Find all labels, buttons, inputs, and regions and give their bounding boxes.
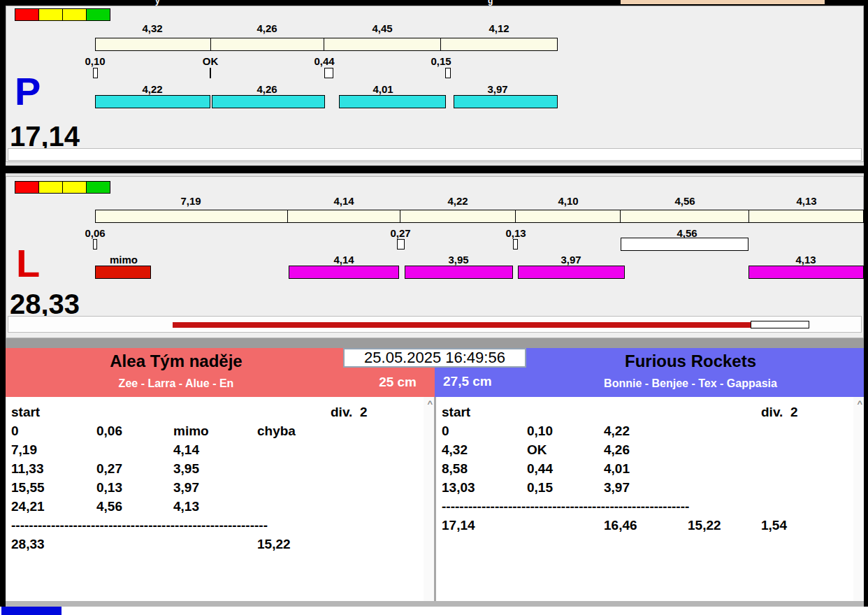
- scrollbar[interactable]: ^: [424, 397, 434, 601]
- table-total-row: 28,33 15,22: [6, 535, 434, 554]
- run-bar-magenta: [289, 266, 399, 279]
- table-total-row: 17,14 16,46 15,22 1,54: [436, 516, 864, 535]
- status-light-red-icon: [15, 8, 39, 21]
- exchange-marker: [445, 68, 451, 78]
- lane-divider: [0, 166, 868, 173]
- table-cell: 4,13: [173, 498, 257, 516]
- table-row: 0 0,10 4,22: [436, 422, 864, 441]
- table-cell: [688, 460, 761, 479]
- table-cell: 3,95: [173, 460, 257, 479]
- table-cell: [257, 441, 331, 460]
- table-cell: [761, 479, 864, 498]
- status-light-yellow-icon: [38, 181, 63, 194]
- left-team-members: Zee - Larra - Alue - En: [6, 377, 347, 390]
- table-separator: ----------------------------------------…: [436, 498, 864, 516]
- table-cell: 28,33: [11, 535, 96, 554]
- status-light-green-icon: [86, 181, 110, 194]
- table-cell: chyba: [257, 422, 331, 441]
- table-cell: 4,56: [96, 498, 173, 516]
- progress-marker-box: [751, 321, 809, 328]
- exchange-marker: [210, 68, 211, 78]
- scrollbar[interactable]: ^: [853, 397, 864, 601]
- exchange-time-label: 0,10: [64, 55, 126, 67]
- right-team-name: Furious Rockets: [523, 352, 858, 371]
- table-row: 0 0,06 mimo chyba: [6, 422, 434, 441]
- table-cell: [173, 535, 257, 554]
- table-cell: 11,33: [11, 460, 96, 479]
- table-cell: [688, 441, 761, 460]
- table-cell: [257, 460, 331, 479]
- status-light-yellow-icon: [62, 8, 87, 21]
- lane-l-progress-track: [8, 316, 862, 333]
- split-time-label: 4,22: [426, 195, 489, 207]
- table-cell: [604, 403, 688, 422]
- table-cell: 0: [442, 422, 527, 441]
- progress-bar: [173, 322, 751, 328]
- lane-l-letter: L: [16, 244, 40, 283]
- status-lights: [15, 8, 110, 21]
- split-segment: [288, 210, 401, 222]
- status-light-green-icon: [86, 8, 110, 21]
- timestamp: 25.05.2025 16:49:56: [343, 348, 526, 368]
- status-light-yellow-icon: [38, 8, 63, 21]
- table-cell: [96, 535, 173, 554]
- run-time-label: 4,13: [774, 254, 837, 266]
- right-team-members: Bonnie - Benjee - Tex - Gappasia: [523, 377, 858, 390]
- split-time-label: 4,13: [775, 195, 838, 207]
- window-titlebar-remnant: ý g: [0, 0, 868, 6]
- table-cell: 15,55: [11, 479, 96, 498]
- table-cell: 0,27: [96, 460, 173, 479]
- titlebar-remnant: [621, 0, 825, 4]
- run-time-label: 4,26: [236, 83, 298, 95]
- run-bar-cyan: [339, 95, 446, 108]
- split-time-label: 4,45: [351, 22, 414, 34]
- table-row: start div. 2: [6, 403, 434, 422]
- split-segment: [441, 38, 558, 50]
- table-row: 13,03 0,15 3,97: [436, 479, 864, 498]
- exchange-marker: [397, 239, 405, 249]
- table-cell: [527, 403, 604, 422]
- lane-p-panel: 4,32 4,26 4,45 4,12 0,10 OK 0,44 0,15 4,…: [6, 6, 864, 162]
- lane-p-progress-track: [8, 148, 862, 161]
- scroll-up-icon[interactable]: ^: [857, 398, 862, 409]
- results-table-right: start div. 2 0 0,10 4,22 4,32 OK 4,26: [436, 397, 864, 601]
- table-cell: [761, 422, 864, 441]
- split-segment: [96, 38, 211, 50]
- scroll-up-icon[interactable]: ^: [427, 398, 433, 409]
- table-row: 8,58 0,44 4,01: [436, 460, 864, 479]
- table-cell: 4,14: [173, 441, 257, 460]
- team-headers: Alea Tým naděje Zee - Larra - Alue - En …: [6, 348, 864, 397]
- run-bar-cyan: [212, 95, 325, 108]
- lane-p-letter: P: [15, 72, 41, 111]
- exchange-time-label: 0,44: [293, 55, 356, 67]
- lane-l-total: 28,33: [10, 290, 80, 318]
- split-segment: [621, 210, 750, 222]
- run-bar-magenta: [748, 266, 864, 279]
- split-segment: [400, 210, 516, 222]
- run-time-label: 3,95: [427, 254, 490, 266]
- run-time-label: 4,01: [352, 83, 414, 95]
- split-segment: [749, 210, 863, 222]
- run-bar-magenta: [405, 266, 513, 279]
- table-cell: OK: [527, 441, 604, 460]
- status-light-yellow-icon: [62, 181, 87, 194]
- run-time-label: 4,22: [121, 83, 184, 95]
- split-time-label: 7,19: [159, 195, 222, 207]
- table-row: 4,32 OK 4,26: [436, 441, 864, 460]
- exchange-marker: [324, 68, 333, 78]
- run-bar-cyan: [95, 95, 210, 108]
- run-time-label: 3,97: [540, 254, 602, 266]
- table-cell: [257, 403, 331, 422]
- table-cell: start: [11, 403, 96, 422]
- table-cell: [761, 441, 864, 460]
- results-tables: start div. 2 0 0,06 mimo chyba 7,19 4,14: [6, 397, 864, 601]
- split-segment: [211, 38, 325, 50]
- run-time-label: mimo: [92, 254, 155, 266]
- taskbar-button-fragment: [1, 607, 62, 615]
- table-cell: 0: [11, 422, 96, 441]
- split-time-label: 4,12: [468, 22, 530, 34]
- window-bottom-border: [6, 601, 864, 607]
- table-cell: 0,44: [527, 460, 604, 479]
- left-team-height: 25 cm: [379, 375, 417, 390]
- table-cell: 3,97: [173, 479, 257, 498]
